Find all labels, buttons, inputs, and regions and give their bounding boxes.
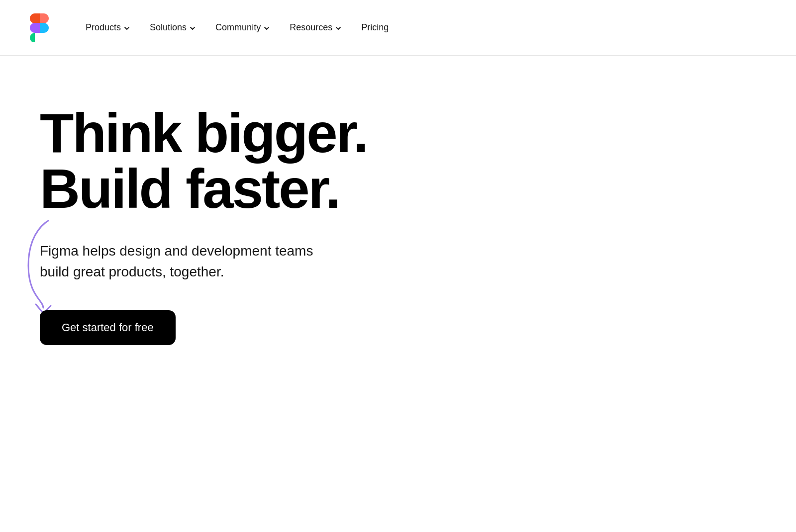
nav-link-solutions[interactable]: Solutions [141, 17, 204, 38]
nav-label-solutions: Solutions [150, 22, 187, 33]
nav-item-pricing[interactable]: Pricing [352, 17, 398, 38]
nav-label-products: Products [86, 22, 121, 33]
cta-wrap: Get started for free [40, 310, 176, 345]
figma-logo-icon [30, 13, 49, 42]
nav-links: Products Solutions Community [77, 17, 398, 38]
chevron-down-icon [264, 25, 270, 31]
nav-link-products[interactable]: Products [77, 17, 139, 38]
nav-link-community[interactable]: Community [206, 17, 279, 38]
nav-link-pricing[interactable]: Pricing [352, 17, 398, 38]
chevron-down-icon [190, 25, 196, 31]
nav-item-resources[interactable]: Resources [281, 17, 350, 38]
nav-item-products[interactable]: Products [77, 17, 139, 38]
nav-item-solutions[interactable]: Solutions [141, 17, 204, 38]
decorative-arrow-icon [26, 216, 56, 315]
chevron-down-icon [335, 25, 341, 31]
get-started-button[interactable]: Get started for free [40, 310, 176, 345]
hero-headline: Think bigger. Build faster. [40, 105, 488, 217]
hero-headline-line1: Think bigger. [40, 102, 367, 164]
chevron-down-icon [124, 25, 130, 31]
logo[interactable] [30, 13, 49, 42]
nav-link-resources[interactable]: Resources [281, 17, 350, 38]
nav-label-resources: Resources [290, 22, 332, 33]
nav-item-community[interactable]: Community [206, 17, 279, 38]
navbar: Products Solutions Community [0, 0, 796, 56]
hero-headline-line2: Build faster. [40, 158, 339, 220]
hero-section: Think bigger. Build faster. Figma helps … [0, 56, 796, 385]
hero-subtext: Figma helps design and development teams… [40, 241, 318, 282]
nav-label-pricing: Pricing [361, 22, 389, 33]
nav-label-community: Community [215, 22, 261, 33]
